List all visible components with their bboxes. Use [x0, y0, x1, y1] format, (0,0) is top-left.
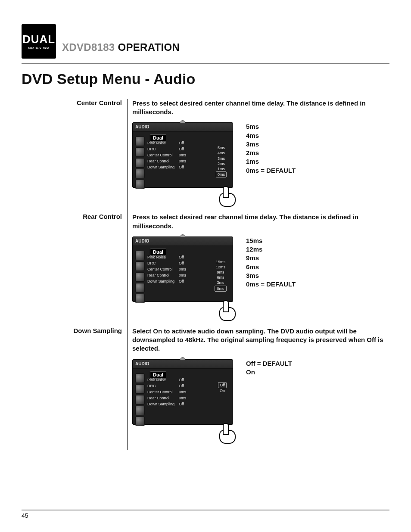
menu-key: Pink Noise	[147, 140, 179, 146]
section-description: Select On to activate audio down samplin…	[132, 327, 386, 353]
menu-value: 0ms	[179, 266, 190, 272]
menu-row: Pink NoiseOff	[147, 140, 190, 146]
model-number: XDVD8183	[62, 41, 115, 53]
submenu-item: 2ms	[216, 161, 227, 166]
header-title: XDVD8183 OPERATION	[62, 42, 180, 59]
sidebar-icon	[135, 417, 145, 426]
menu-key: Down Sampling	[147, 164, 179, 170]
menu-screenshot: AUDIO Dual Pink NoiseOffDRCOffCenter Con…	[132, 122, 236, 200]
sidebar-icon	[135, 283, 145, 292]
menu-value: Off	[179, 383, 190, 389]
section-label: Down Sampling	[22, 327, 127, 450]
options-list: Off = DEFAULTOn	[246, 359, 292, 377]
sidebar-icon	[135, 384, 145, 394]
menu-row: Center Control0ms	[147, 389, 190, 395]
menu-value: 0ms	[179, 152, 190, 158]
pointing-hand-icon	[216, 185, 238, 208]
menu-row: Down SamplingOff	[147, 401, 190, 407]
menu-row: DRCOff	[147, 260, 190, 266]
menu-value: 0ms	[179, 158, 190, 164]
section-body: Press to select desired center channel t…	[127, 99, 389, 213]
menu-table: Pink NoiseOffDRCOffCenter Control0msRear…	[147, 377, 190, 407]
header-rule	[22, 63, 389, 64]
section-body: Press to select desired rear channel tim…	[127, 213, 389, 327]
menu-value: Off	[179, 254, 190, 260]
menu-row: Rear Control0ms	[147, 272, 190, 278]
menu-key: Down Sampling	[147, 278, 179, 284]
option-item: 1ms	[246, 157, 296, 166]
sidebar-icon	[135, 147, 145, 157]
submenu-item: Off	[218, 382, 227, 388]
menu-key: Center Control	[147, 266, 179, 272]
sidebar-icon	[135, 395, 145, 404]
submenu-item: 3ms	[216, 156, 227, 161]
submenu-item: 0ms	[216, 171, 227, 177]
option-item: 5ms	[246, 122, 296, 131]
submenu-item: 6ms	[215, 275, 227, 280]
page-title: DVD Setup Menu - Audio	[22, 70, 389, 88]
submenu-item: 5ms	[216, 145, 227, 150]
submenu-item: On	[218, 388, 227, 393]
option-item: 15ms	[246, 236, 296, 245]
sidebar-icon	[135, 169, 145, 178]
menu-key: Rear Control	[147, 272, 179, 278]
option-item: Off = DEFAULT	[246, 359, 292, 368]
page-footer: 45	[22, 510, 389, 519]
menu-value: 0ms	[179, 272, 190, 278]
sidebar-icon	[135, 373, 145, 383]
page-number: 45	[22, 512, 28, 519]
menu-row: Down SamplingOff	[147, 278, 190, 284]
menu-value: Off	[179, 260, 190, 266]
menu-value: Off	[179, 278, 190, 284]
menu-key: Down Sampling	[147, 401, 179, 407]
pointing-hand-icon	[216, 299, 238, 322]
sidebar-icon	[135, 180, 145, 189]
option-item: 4ms	[246, 131, 296, 140]
option-item: 2ms	[246, 149, 296, 157]
logo-text-bottom: audio·video	[28, 47, 50, 50]
menu-row: Pink NoiseOff	[147, 377, 190, 383]
menu-value: Off	[179, 377, 190, 383]
sidebar-icon	[135, 251, 145, 260]
menu-key: Pink Noise	[147, 254, 179, 260]
menu-row: Rear Control0ms	[147, 158, 190, 164]
menu-key: DRC	[147, 383, 179, 389]
menu-value: Off	[179, 401, 190, 407]
menu-value: Off	[179, 164, 190, 170]
sidebar-icon	[135, 137, 145, 146]
menu-tab: AUDIO	[133, 123, 233, 132]
option-item: On	[246, 368, 292, 376]
submenu-item: 4ms	[216, 150, 227, 156]
menu-row: DRCOff	[147, 146, 190, 152]
submenu-list: 5ms4ms3ms2ms1ms0ms	[216, 145, 227, 177]
menu-row: Rear Control0ms	[147, 395, 190, 401]
page-header: DUAL audio·video XDVD8183 OPERATION	[22, 24, 389, 59]
menu-tab: AUDIO	[133, 237, 233, 246]
menu-value: 0ms	[179, 389, 190, 395]
menu-key: Center Control	[147, 389, 179, 395]
menu-sidebar-icons	[135, 373, 145, 427]
menu-key: Rear Control	[147, 158, 179, 164]
menu-value: Off	[179, 140, 190, 146]
submenu-item: 12ms	[215, 264, 227, 270]
menu-key: DRC	[147, 146, 179, 152]
operation-label: OPERATION	[118, 41, 180, 53]
submenu-item: 15ms	[215, 259, 227, 264]
option-item: 12ms	[246, 245, 296, 254]
sidebar-icon	[135, 406, 145, 415]
submenu-item: 3ms	[215, 280, 227, 285]
menu-table: Pink NoiseOffDRCOffCenter Control0msRear…	[147, 140, 190, 170]
menu-row: Center Control0ms	[147, 152, 190, 158]
menu-table: Pink NoiseOffDRCOffCenter Control0msRear…	[147, 254, 190, 284]
menu-key: Pink Noise	[147, 377, 179, 383]
menu-screenshot: AUDIO Dual Pink NoiseOffDRCOffCenter Con…	[132, 236, 236, 314]
submenu-item: 9ms	[215, 270, 227, 275]
section-label: Rear Control	[22, 213, 127, 327]
options-list: 5ms4ms3ms2ms1ms0ms = DEFAULT	[246, 122, 296, 175]
vertical-divider	[127, 99, 128, 450]
sidebar-icon	[135, 294, 145, 303]
menu-row: DRCOff	[147, 383, 190, 389]
sidebar-icon	[135, 158, 145, 168]
menu-row: Down SamplingOff	[147, 164, 190, 170]
menu-key: DRC	[147, 260, 179, 266]
